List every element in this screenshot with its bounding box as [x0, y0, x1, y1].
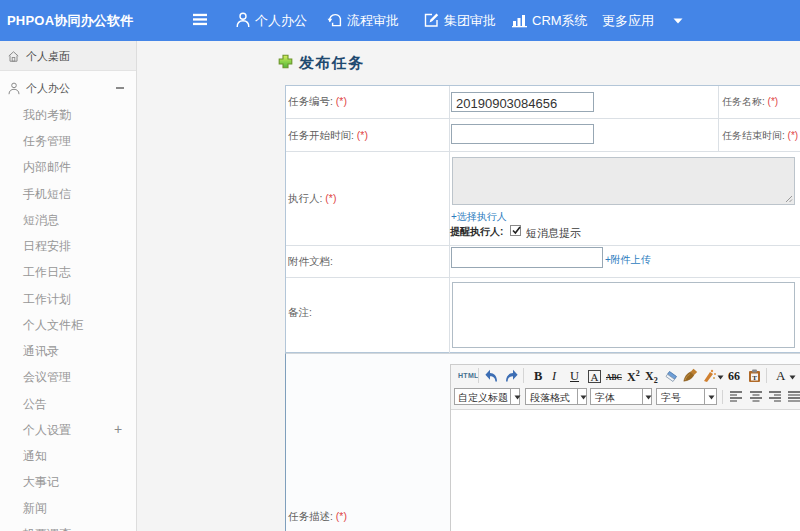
svg-text:T: T — [752, 374, 757, 382]
